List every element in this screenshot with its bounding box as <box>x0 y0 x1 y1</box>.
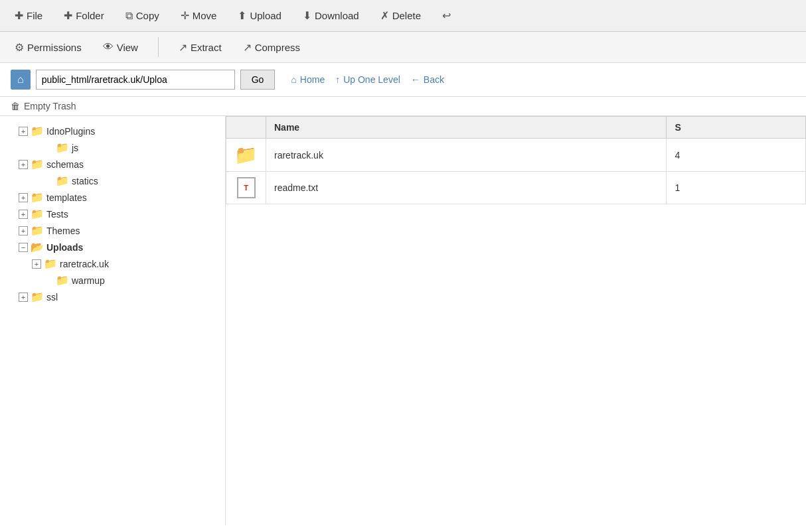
go-button[interactable]: Go <box>240 70 276 90</box>
toggle-schemas[interactable]: + <box>19 160 28 169</box>
view-label: View <box>117 42 138 53</box>
folder-button[interactable]: ✚ Folder <box>60 7 108 25</box>
folder-icon-js: 📁 <box>56 141 69 154</box>
main-content: + 📁 IdnoPlugins 📁 js + 📁 schemas 📁 stati… <box>0 116 806 525</box>
go-label: Go <box>252 74 264 85</box>
up-one-level-button[interactable]: ↑ Up One Level <box>335 74 400 85</box>
upload-button[interactable]: ⬆ Upload <box>234 7 285 25</box>
tree-item-tests[interactable]: + 📁 Tests <box>13 206 225 222</box>
back-icon: ← <box>411 74 420 85</box>
copy-button[interactable]: ⧉ Copy <box>121 7 163 25</box>
tree-item-statics[interactable]: 📁 statics <box>27 172 225 189</box>
delete-label: Delete <box>392 10 421 21</box>
folder-icon-statics: 📁 <box>56 174 69 187</box>
extract-label: Extract <box>191 42 222 53</box>
extract-button[interactable]: ↗ Extract <box>175 38 226 56</box>
tree-item-uploads[interactable]: − 📂 Uploads <box>13 239 225 255</box>
file-name-readme: readme.txt <box>266 172 667 204</box>
file-size-raretrack: 4 <box>667 139 806 172</box>
copy-label: Copy <box>136 10 159 21</box>
toggle-ssl[interactable]: + <box>19 293 28 302</box>
tree-item-idnoplugins[interactable]: + 📁 IdnoPlugins <box>13 123 225 139</box>
folder-icon-raretrack-uk: 📁 <box>44 257 57 270</box>
home-icon-button[interactable]: ⌂ <box>11 70 31 90</box>
compress-button[interactable]: ↗ Compress <box>239 38 304 56</box>
toggle-tests[interactable]: + <box>19 210 28 219</box>
toggle-idnoplugins[interactable]: + <box>19 127 28 136</box>
toolbar-divider <box>158 37 159 57</box>
tree-item-raretrack-uk[interactable]: + 📁 raretrack.uk <box>27 255 225 272</box>
plus-folder-icon: ✚ <box>64 9 72 22</box>
toolbar-top: ✚ File ✚ Folder ⧉ Copy ✛ Move ⬆ Upload ⬇… <box>0 0 806 32</box>
tree-item-ssl[interactable]: + 📁 ssl <box>13 289 225 305</box>
compress-icon: ↗ <box>243 41 252 54</box>
file-button[interactable]: ✚ File <box>11 7 46 25</box>
table-row[interactable]: T readme.txt 1 <box>226 172 806 204</box>
move-label: Move <box>193 10 217 21</box>
extract-icon: ↗ <box>179 41 187 54</box>
folder-icon-idnoplugins: 📁 <box>31 125 44 137</box>
actions-bar: 🗑 Empty Trash <box>0 97 806 116</box>
view-icon: 👁 <box>103 41 114 53</box>
toggle-raretrack-uk[interactable]: + <box>32 259 41 269</box>
view-button[interactable]: 👁 View <box>99 38 142 56</box>
permissions-button[interactable]: ⚙ Permissions <box>11 38 86 56</box>
tree-item-warmup[interactable]: 📁 warmup <box>27 272 225 289</box>
tree-label-warmup: warmup <box>72 275 105 286</box>
empty-trash-button[interactable]: 🗑 Empty Trash <box>11 101 76 111</box>
tree-label-statics: statics <box>72 176 98 186</box>
path-input[interactable] <box>36 70 235 90</box>
empty-trash-label: Empty Trash <box>24 101 76 111</box>
move-button[interactable]: ✛ Move <box>177 7 221 25</box>
tree-item-schemas[interactable]: + 📁 schemas <box>13 156 225 172</box>
back-label: Back <box>424 74 444 85</box>
file-icon-cell-raretrack: 📁 <box>226 139 266 172</box>
folder-icon-uploads: 📂 <box>31 241 44 253</box>
download-icon: ⬇ <box>303 9 311 22</box>
toggle-themes[interactable]: + <box>19 226 28 235</box>
home-icon: ⌂ <box>17 74 24 85</box>
col-header-size[interactable]: S <box>667 117 806 139</box>
toggle-templates[interactable]: + <box>19 193 28 202</box>
tree-label-tests: Tests <box>46 209 68 220</box>
tree-label-idnoplugins: IdnoPlugins <box>46 126 95 137</box>
up-label: Up One Level <box>343 74 400 85</box>
tree-label-themes: Themes <box>46 226 80 236</box>
col-header-name[interactable]: Name <box>266 117 667 139</box>
table-row[interactable]: 📁 raretrack.uk 4 <box>226 139 806 172</box>
tree-item-js[interactable]: 📁 js <box>27 139 225 156</box>
tree-label-templates: templates <box>46 192 87 203</box>
file-label: File <box>27 10 42 21</box>
tree-item-themes[interactable]: + 📁 Themes <box>13 222 225 239</box>
tree-item-templates[interactable]: + 📁 templates <box>13 189 225 206</box>
folder-icon-templates: 📁 <box>31 191 44 204</box>
file-name-raretrack: raretrack.uk <box>266 139 667 172</box>
download-label: Download <box>315 10 359 21</box>
folder-icon-tests: 📁 <box>31 208 44 220</box>
nav-buttons: ⌂ Home ↑ Up One Level ← Back <box>291 74 444 85</box>
compress-label: Compress <box>255 42 300 53</box>
delete-button[interactable]: ✗ Delete <box>376 7 425 25</box>
plus-icon: ✚ <box>15 9 23 22</box>
delete-icon: ✗ <box>380 9 389 22</box>
tree-label-js: js <box>72 143 78 153</box>
txt-file-icon-readme: T <box>237 177 256 198</box>
up-icon: ↑ <box>335 74 340 85</box>
folder-icon-warmup: 📁 <box>56 274 69 287</box>
home-nav-button[interactable]: ⌂ Home <box>291 74 325 85</box>
undo-button[interactable]: ↩ <box>438 7 455 25</box>
move-icon: ✛ <box>181 9 189 22</box>
back-button[interactable]: ← Back <box>411 74 444 85</box>
permissions-label: Permissions <box>27 42 82 53</box>
download-button[interactable]: ⬇ Download <box>299 7 363 25</box>
file-table: Name S 📁 raretrack.uk 4 T <box>226 116 806 204</box>
home-nav-label: Home <box>300 74 325 85</box>
tree-panel: + 📁 IdnoPlugins 📁 js + 📁 schemas 📁 stati… <box>0 116 226 525</box>
folder-icon-schemas: 📁 <box>31 158 44 170</box>
trash-icon: 🗑 <box>11 101 20 111</box>
permissions-icon: ⚙ <box>15 41 24 54</box>
upload-icon: ⬆ <box>238 9 246 22</box>
toggle-uploads[interactable]: − <box>19 243 28 252</box>
tree-label-schemas: schemas <box>46 159 84 170</box>
file-size-readme: 1 <box>667 172 806 204</box>
